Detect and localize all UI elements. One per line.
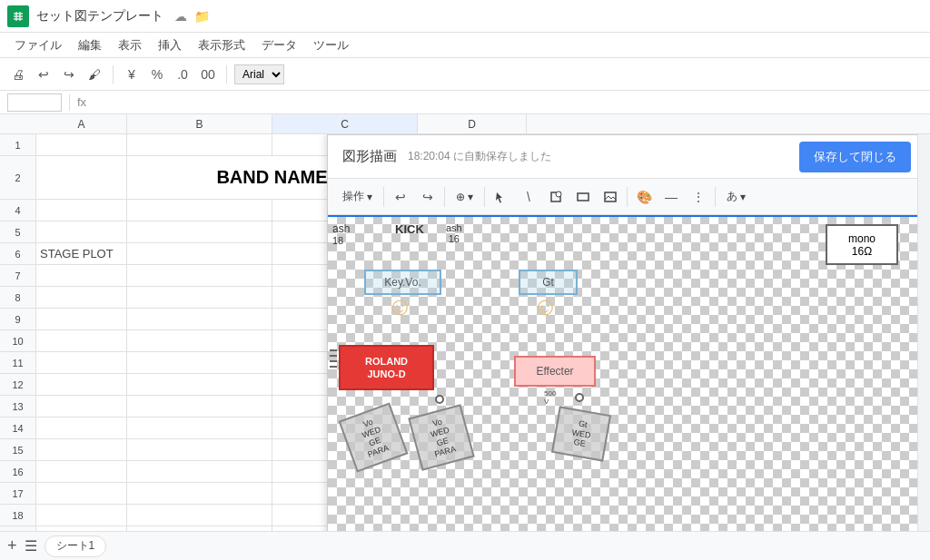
percent-btn[interactable]: % xyxy=(146,64,168,85)
menu-format[interactable]: 表示形式 xyxy=(191,35,252,55)
textbox-btn[interactable] xyxy=(570,184,596,210)
redo-draw-btn[interactable]: ↪ xyxy=(415,184,440,210)
sel-handle-tr[interactable] xyxy=(916,215,917,224)
cell-a4[interactable] xyxy=(36,200,127,221)
sep2 xyxy=(226,65,227,84)
small-voltage-text: 500V xyxy=(544,389,556,406)
row-num-9: 9 xyxy=(0,309,36,330)
line-btn[interactable]: \ xyxy=(516,184,541,210)
title-bar: セット図テンプレート ☁ 📁 xyxy=(0,0,930,33)
print-btn[interactable]: 🖨 xyxy=(7,64,29,85)
color-btn[interactable]: 🎨 xyxy=(631,184,657,210)
paint-btn[interactable]: 🖌 xyxy=(84,64,105,85)
line-style-btn[interactable]: — xyxy=(658,184,684,210)
add-sheet-btn[interactable]: + xyxy=(7,536,17,555)
save-close-button[interactable]: 保存して閉じる xyxy=(799,142,911,172)
operations-menu[interactable]: 操作 ▾ xyxy=(335,184,380,210)
menu-file[interactable]: ファイル xyxy=(7,35,69,55)
menu-insert[interactable]: 挿入 xyxy=(151,35,189,55)
cell-a13[interactable] xyxy=(36,396,127,418)
cell-b16[interactable] xyxy=(127,461,272,483)
font-select[interactable]: Arial xyxy=(234,64,284,84)
undo-btn[interactable]: ↩ xyxy=(33,64,54,85)
key-player-smiley: ☺ xyxy=(387,292,413,321)
cell-b9[interactable] xyxy=(127,309,272,330)
decimal1-btn[interactable]: .0 xyxy=(172,64,193,85)
cell-b19[interactable] xyxy=(127,526,272,531)
cell-b18[interactable] xyxy=(127,505,272,526)
cell-a18[interactable] xyxy=(36,505,127,526)
main-area: 1 2 BAND NAME 4 xyxy=(0,134,930,531)
cell-b14[interactable] xyxy=(127,418,272,439)
cell-a17[interactable] xyxy=(36,483,127,505)
ash16-label: ash16 xyxy=(446,222,462,244)
image-btn[interactable] xyxy=(598,184,623,210)
cell-a11[interactable] xyxy=(36,352,127,374)
cell-b5[interactable] xyxy=(127,221,272,243)
col-header-b[interactable]: B xyxy=(127,114,272,133)
row-num-13: 13 xyxy=(0,396,36,418)
cell-a14[interactable] xyxy=(36,418,127,439)
cell-a7[interactable] xyxy=(36,265,127,287)
wedge1-box[interactable]: VoWEDGEPARA xyxy=(339,403,409,473)
cell-b10[interactable] xyxy=(127,330,272,352)
cell-reference[interactable] xyxy=(7,93,62,112)
cell-b4[interactable] xyxy=(127,200,272,221)
effecter-box[interactable]: Effecter xyxy=(514,356,596,387)
gt-box[interactable]: Gt xyxy=(519,270,578,295)
stage-plot-cell[interactable]: STAGE PLOT xyxy=(36,243,127,265)
row-num-17: 17 xyxy=(0,483,36,505)
sheet-menu-btn[interactable]: ☰ xyxy=(25,537,37,555)
cell-b12[interactable] xyxy=(127,374,272,396)
currency-btn[interactable]: ¥ xyxy=(121,64,143,85)
connector-gt-wedge xyxy=(575,393,584,402)
cell-a2[interactable] xyxy=(36,156,127,200)
cell-a1[interactable] xyxy=(36,134,127,156)
cell-a10[interactable] xyxy=(36,330,127,352)
keyvo-box[interactable]: Key.Vo. xyxy=(364,270,441,295)
mono-box[interactable]: mono16Ω xyxy=(826,224,898,265)
cell-b17[interactable] xyxy=(127,483,272,505)
cell-a8[interactable] xyxy=(36,287,127,309)
cell-a12[interactable] xyxy=(36,374,127,396)
cell-a16[interactable] xyxy=(36,461,127,483)
row-num-15: 15 xyxy=(0,439,36,461)
cell-b1[interactable] xyxy=(127,134,272,156)
sep1 xyxy=(113,65,114,84)
row-num-14: 14 xyxy=(0,418,36,439)
more-btn[interactable]: ⋮ xyxy=(686,184,711,210)
decimal2-btn[interactable]: 00 xyxy=(197,64,219,85)
wedge2-box[interactable]: VoWEDGEPARA xyxy=(408,404,474,470)
col-header-d[interactable]: D xyxy=(418,114,527,133)
zoom-btn[interactable]: ⊕ ▾ xyxy=(449,184,480,210)
text-btn[interactable]: あ ▾ xyxy=(719,184,753,210)
menu-edit[interactable]: 編集 xyxy=(71,35,109,55)
menu-data[interactable]: データ xyxy=(254,35,304,55)
toolbar: 🖨 ↩ ↪ 🖌 ¥ % .0 00 Arial xyxy=(0,58,930,91)
cell-a9[interactable] xyxy=(36,309,127,330)
cell-b13[interactable] xyxy=(127,396,272,418)
roland-box[interactable]: ROLANDJUNO-D xyxy=(339,345,434,390)
menu-tools[interactable]: ツール xyxy=(306,35,356,55)
redo-btn[interactable]: ↪ xyxy=(58,64,80,85)
cell-a15[interactable] xyxy=(36,439,127,461)
cell-a19[interactable] xyxy=(36,526,127,531)
cell-b11[interactable] xyxy=(127,352,272,374)
drawing-canvas[interactable]: mono16Ω ash 18 KICK ash16 xyxy=(328,215,917,531)
undo-draw-btn[interactable]: ↩ xyxy=(388,184,413,210)
cell-b15[interactable] xyxy=(127,439,272,461)
formula-divider xyxy=(69,94,70,111)
wedge-gt-box[interactable]: GtWEDGE xyxy=(551,406,611,461)
menu-view[interactable]: 表示 xyxy=(111,35,149,55)
formula-input[interactable] xyxy=(90,93,923,112)
col-header-a[interactable]: A xyxy=(36,114,127,133)
cell-b7[interactable] xyxy=(127,265,272,287)
col-header-c[interactable]: C xyxy=(272,114,418,133)
cell-a5[interactable] xyxy=(36,221,127,243)
cell-b6[interactable] xyxy=(127,243,272,265)
vertical-scrollbar[interactable] xyxy=(917,134,930,531)
shape-btn[interactable] xyxy=(543,184,569,210)
cell-b8[interactable] xyxy=(127,287,272,309)
select-btn[interactable] xyxy=(489,184,514,210)
sheet1-tab[interactable]: シート1 xyxy=(45,535,107,557)
